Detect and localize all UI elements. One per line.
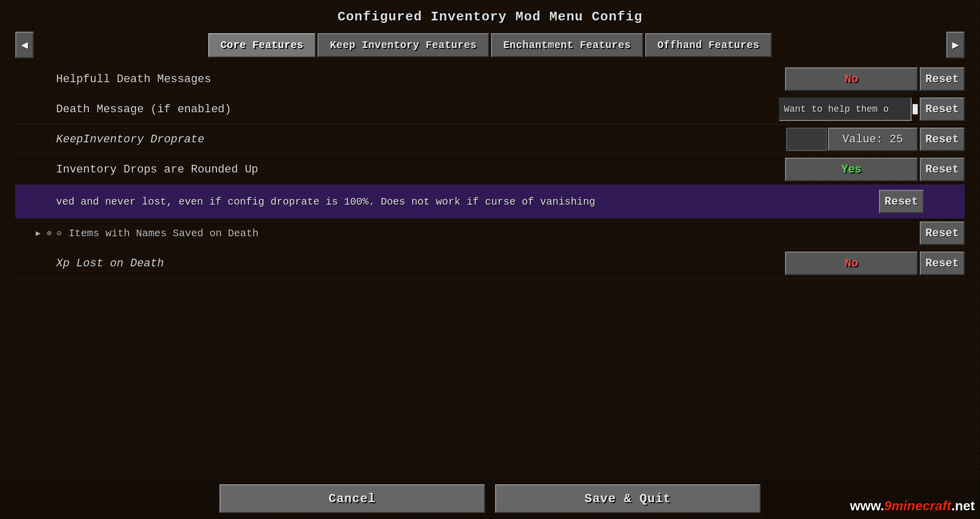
nested-row-items-with-names: ▶ ⊕ ⊙ Items with Names Saved on Death Re… (15, 218, 965, 249)
label-helpful-death-messages: Helpfull Death Messages (15, 73, 785, 86)
reset-death-message[interactable]: Reset (920, 97, 965, 121)
controls-xp-lost-on-death: No Reset (785, 252, 965, 275)
reset-helpful-death-messages[interactable]: Reset (920, 67, 965, 91)
expand-icon[interactable]: ▶ (36, 228, 41, 238)
watermark-9minecraft: 9minecraft (884, 498, 951, 513)
reset-nested-row[interactable]: Reset (920, 221, 965, 245)
toggle-xp-lost-on-death[interactable]: No (785, 252, 918, 275)
toggle-inventory-drops-rounded[interactable]: Yes (785, 158, 918, 181)
tab-navigation: ◀ Core Features Keep Inventory Features … (0, 32, 980, 58)
nav-right-arrow[interactable]: ▶ (946, 32, 965, 58)
controls-death-message: Reset (779, 97, 965, 121)
row-helpful-death-messages: Helpfull Death Messages No Reset (15, 64, 965, 94)
slider-track[interactable] (786, 128, 827, 151)
controls-inventory-drops-rounded: Yes Reset (785, 158, 965, 181)
reset-inventory-drops-rounded[interactable]: Reset (920, 158, 965, 181)
page-title: Configured Inventory Mod Menu Config (0, 0, 980, 32)
reset-keepinventory-droprate[interactable]: Reset (920, 128, 965, 151)
row-xp-lost-on-death: Xp Lost on Death No Reset (15, 249, 965, 279)
toggle-helpful-death-messages[interactable]: No (785, 67, 918, 91)
tab-enchantment[interactable]: Enchantment Features (491, 33, 643, 57)
tab-offhand[interactable]: Offhand Features (645, 33, 772, 57)
controls-nested: Reset (920, 221, 965, 245)
controls-helpful-death-messages: No Reset (785, 67, 965, 91)
row-keepinventory-droprate: KeepInventory Droprate Value: 25 Reset (15, 125, 965, 155)
label-inventory-drops-rounded: Inventory Drops are Rounded Up (15, 163, 785, 176)
nested-icons: ⊕ ⊙ (47, 228, 62, 238)
page-wrapper: Configured Inventory Mod Menu Config ◀ C… (0, 0, 980, 519)
tab-core-features[interactable]: Core Features (208, 33, 316, 57)
row-death-message: Death Message (if enabled) Reset (15, 94, 965, 125)
input-death-message[interactable] (779, 97, 912, 121)
highlight-text: ved and never lost, even if config dropr… (56, 196, 595, 208)
text-cursor (913, 104, 918, 114)
nav-left-arrow[interactable]: ◀ (15, 32, 34, 58)
highlight-description-row: ved and never lost, even if config dropr… (15, 185, 965, 218)
watermark: www.9minecraft.net (850, 498, 975, 514)
label-xp-lost-on-death: Xp Lost on Death (15, 257, 785, 270)
row-inventory-drops-rounded: Inventory Drops are Rounded Up Yes Reset (15, 155, 965, 185)
label-death-message: Death Message (if enabled) (15, 103, 779, 116)
nested-label-items: ▶ ⊕ ⊙ Items with Names Saved on Death (36, 228, 920, 239)
content-area: Helpfull Death Messages No Reset Death M… (0, 64, 980, 478)
bottom-bar: Cancel Save & Quit (0, 478, 980, 519)
nested-label-text: Items with Names Saved on Death (69, 228, 259, 239)
tab-keep-inventory[interactable]: Keep Inventory Features (317, 33, 489, 57)
reset-xp-lost-on-death[interactable]: Reset (920, 252, 965, 275)
cancel-button[interactable]: Cancel (219, 484, 485, 513)
slider-value-display: Value: 25 (828, 128, 918, 151)
watermark-net: .net (951, 498, 975, 513)
save-quit-button[interactable]: Save & Quit (495, 484, 761, 513)
label-keepinventory-droprate: KeepInventory Droprate (15, 133, 786, 146)
tabs-container: Core Features Keep Inventory Features En… (34, 33, 946, 57)
watermark-www: www. (850, 498, 884, 513)
slider-container: Value: 25 (786, 128, 918, 151)
reset-highlight-row[interactable]: Reset (879, 190, 924, 213)
controls-keepinventory-droprate: Value: 25 Reset (786, 128, 965, 151)
